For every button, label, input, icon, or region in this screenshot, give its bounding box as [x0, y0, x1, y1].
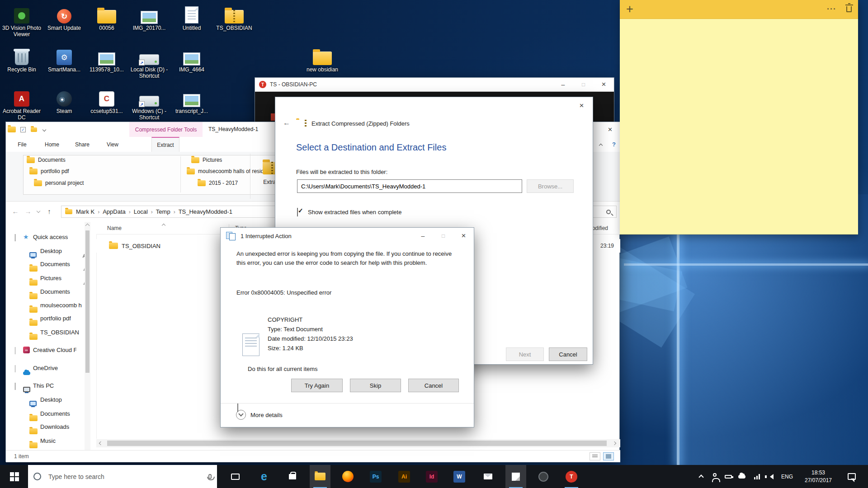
desktop-icon-ccsetup[interactable]: Cccsetup531... [86, 86, 127, 115]
tray-battery-button[interactable] [722, 465, 735, 488]
desktop-icon-recycle-bin[interactable]: Recycle Bin [1, 44, 42, 73]
desktop-icon-transcript[interactable]: transcript_J... [171, 86, 212, 115]
clock[interactable]: 18:53 27/07/2017 [797, 465, 839, 488]
extract-destination[interactable]: Documents [27, 155, 66, 165]
details-view-button[interactable] [590, 452, 600, 460]
extract-destination[interactable]: 2015 - 2017 [198, 178, 238, 188]
breadcrumb-segment[interactable]: Mark K [76, 208, 94, 215]
expander-icon[interactable] [15, 347, 15, 354]
taskbar-app-illustrator[interactable]: Ai [394, 465, 415, 488]
taskbar-search[interactable]: Type here to search [28, 465, 217, 488]
taskbar-app-mail[interactable] [477, 465, 498, 488]
taskbar-app-store[interactable] [282, 465, 303, 488]
extract-destination[interactable]: Pictures [191, 155, 222, 165]
action-center-button[interactable] [842, 465, 862, 488]
try-again-button[interactable]: Try Again [291, 379, 343, 392]
back-button[interactable]: ← [9, 204, 21, 218]
taskbar-app-indesign[interactable]: Id [421, 465, 442, 488]
expander-icon[interactable] [15, 365, 15, 372]
taskbar-app-teamspeak[interactable]: T [561, 465, 582, 488]
taskbar-app-edge[interactable]: e [254, 465, 274, 488]
up-button[interactable]: ↑ [44, 204, 55, 218]
desktop-icon-ts-obsidian-zip[interactable]: TS_OBSIDIAN [213, 3, 255, 32]
extract-destination[interactable]: personal project [34, 178, 84, 188]
desktop-icon-3d-vision-photo-viewer[interactable]: 3D Vision Photo Viewer [1, 3, 42, 38]
minimize-button[interactable] [553, 78, 573, 91]
ribbon-collapse-button[interactable] [594, 137, 607, 152]
scroll-right-icon[interactable] [613, 441, 616, 445]
horizontal-scrollbar[interactable] [96, 439, 620, 447]
close-button[interactable] [453, 228, 474, 244]
taskbar-app-file-explorer[interactable] [310, 465, 330, 488]
task-view-button[interactable] [225, 465, 245, 488]
sidebar-item-music[interactable]: Music [6, 434, 85, 448]
sidebar-item-ts-obsidian[interactable]: TS_OBSIDIAN [6, 326, 85, 339]
desktop-icon-img-20170[interactable]: IMG_20170... [128, 3, 170, 32]
taskbar-app-firefox[interactable] [337, 465, 358, 488]
maximize-button[interactable] [573, 78, 594, 91]
next-button[interactable]: Next [506, 347, 544, 361]
breadcrumb-segment[interactable]: AppData [103, 208, 126, 215]
sidebar-item-documents[interactable]: Documents [6, 258, 85, 271]
help-button[interactable]: ? [608, 137, 620, 152]
cancel-button[interactable]: Cancel [549, 347, 587, 361]
forward-button[interactable]: → [22, 204, 34, 218]
more-details-toggle[interactable]: More details [236, 407, 283, 423]
tray-people-button[interactable] [708, 465, 722, 488]
sidebar-item-pictures[interactable]: Pictures [6, 272, 85, 285]
desktop-icon-untitled[interactable]: Untitled [171, 3, 212, 32]
cancel-button[interactable]: Cancel [408, 379, 459, 392]
taskbar-app-dark[interactable] [533, 465, 554, 488]
taskbar-app-sticky-notes[interactable] [505, 465, 526, 488]
show-extracted-checkbox[interactable] [297, 208, 298, 216]
scrollbar-thumb[interactable] [85, 230, 90, 373]
close-button[interactable] [571, 97, 592, 114]
desktop-icon-windows-c-shortcut[interactable]: ↗Windows (C) - Shortcut [128, 86, 170, 121]
minimize-button[interactable] [413, 228, 433, 244]
qat-properties-button[interactable]: ✓ [18, 122, 28, 137]
start-button[interactable] [3, 465, 26, 488]
recent-locations-button[interactable] [34, 204, 43, 218]
sidebar-item-documents-2[interactable]: Documents [6, 285, 85, 299]
sidebar-item-documents-3[interactable]: Documents [6, 407, 85, 421]
contextual-tab-header[interactable]: Compressed Folder Tools [129, 122, 203, 137]
delete-note-icon[interactable] [846, 6, 852, 12]
tray-network-button[interactable] [750, 465, 764, 488]
sidebar-item-desktop[interactable]: Desktop [6, 244, 85, 258]
scroll-left-icon[interactable] [99, 441, 103, 445]
tab-share[interactable]: Share [71, 137, 93, 152]
qat-customize-button[interactable] [39, 122, 49, 137]
destination-path-input[interactable] [297, 179, 522, 193]
microphone-icon[interactable] [208, 474, 212, 479]
sidebar-item-onedrive[interactable]: OneDrive [6, 361, 85, 375]
sidebar-item-creative-cloud[interactable]: ∞Creative Cloud File [6, 343, 85, 357]
new-note-button[interactable]: + [626, 3, 633, 15]
extract-destination[interactable]: portfolio pdf [29, 166, 69, 177]
tray-volume-button[interactable] [764, 465, 777, 488]
scrollbar-thumb[interactable] [107, 441, 607, 446]
breadcrumb-segment[interactable]: Local [134, 208, 148, 215]
desktop-icon-new-obsidian[interactable]: new obsidian [302, 44, 343, 73]
taskbar-app-photoshop[interactable]: Ps [365, 465, 386, 488]
menu-icon[interactable]: ··· [827, 5, 836, 14]
sidebar-item-quick-access[interactable]: ★Quick access [6, 230, 85, 244]
expander-icon[interactable] [15, 234, 15, 241]
desktop-icon-local-disk-d-shortcut[interactable]: ↗Local Disk (D) - Shortcut [128, 44, 170, 80]
sidebar-item-moulsecoomb[interactable]: moulsecoomb h [6, 299, 85, 312]
taskbar-app-word[interactable]: W [449, 465, 470, 488]
desktop-icon-smart-update[interactable]: Smart Update [43, 3, 85, 32]
breadcrumb-segment[interactable]: TS_HeavyModded-1 [179, 208, 232, 215]
tab-home[interactable]: Home [42, 137, 62, 152]
scroll-up-icon[interactable] [85, 224, 90, 228]
sidebar-scrollbar[interactable] [85, 222, 90, 450]
sticky-note-body[interactable] [620, 19, 858, 235]
browse-button[interactable]: Browse... [527, 179, 574, 193]
sidebar-item-downloads[interactable]: Downloads [6, 420, 85, 434]
expander-icon[interactable] [15, 383, 15, 389]
tab-extract[interactable]: Extract [151, 137, 179, 152]
desktop-icon-acrobat-reader[interactable]: AAcrobat Reader DC [1, 86, 42, 121]
tab-view[interactable]: View [102, 137, 123, 152]
tray-expand-button[interactable] [694, 465, 708, 488]
desktop-icon-smartmana[interactable]: SmartMana... [43, 44, 85, 73]
maximize-button[interactable] [433, 228, 453, 244]
